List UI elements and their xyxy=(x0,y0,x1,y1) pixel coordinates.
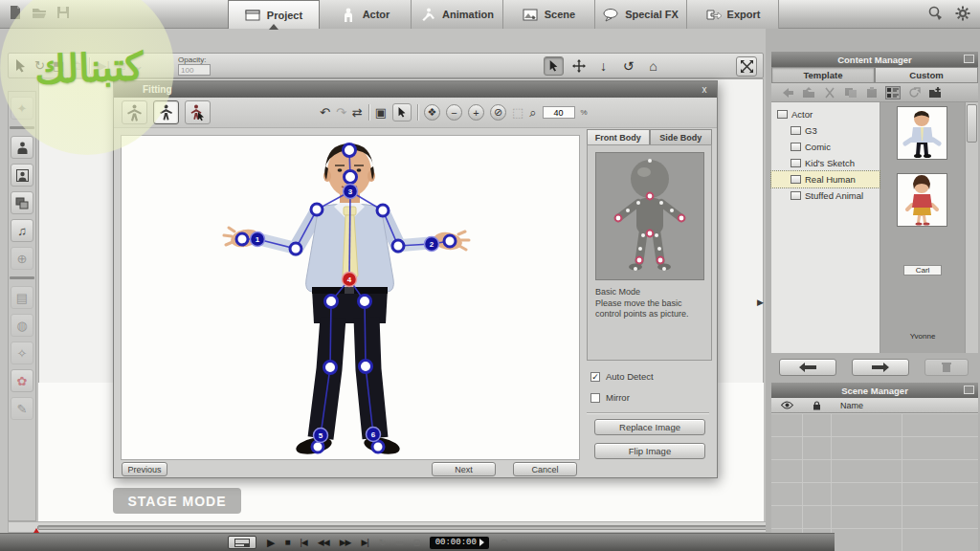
sidebar-actor-button[interactable] xyxy=(11,136,33,159)
go-to-end-button[interactable]: ▶| xyxy=(361,539,368,547)
previous-frame-button[interactable]: ◀◀ xyxy=(318,539,329,547)
fit-to-screen-button[interactable] xyxy=(736,56,757,77)
fit-view-icon[interactable]: ⬚ xyxy=(512,105,523,120)
delete-from-library-button[interactable] xyxy=(924,359,969,376)
marquee-zoom-icon[interactable]: ⌕ xyxy=(529,105,536,121)
stamp-tool-icon[interactable]: ⬒ xyxy=(53,59,64,72)
tab-animation[interactable]: Animation xyxy=(412,0,503,29)
tab-actor[interactable]: Actor xyxy=(320,0,412,29)
redo-icon[interactable]: ↷ xyxy=(336,105,346,120)
open-project-icon[interactable] xyxy=(32,5,47,20)
fitting-canvas[interactable]: 1 2 3 4 5 6 xyxy=(121,135,580,460)
tree-item-real-human[interactable]: Real Human xyxy=(771,171,880,187)
tab-scene[interactable]: Scene xyxy=(503,0,595,29)
tree-item-comic[interactable]: Comic xyxy=(771,139,880,155)
stop-button[interactable]: ■ xyxy=(284,538,289,547)
go-to-start-button[interactable]: |◀ xyxy=(301,539,307,547)
flip-image-button[interactable]: Flip Image xyxy=(594,443,705,459)
dialog-close-button[interactable]: x xyxy=(698,84,711,95)
replace-image-button[interactable]: Replace Image xyxy=(594,419,705,435)
refresh-icon[interactable] xyxy=(907,87,921,99)
basic-mode-button[interactable] xyxy=(153,100,179,124)
tab-project[interactable]: Project xyxy=(228,0,320,29)
resource-icon[interactable] xyxy=(928,6,944,21)
refresh-time-button[interactable]: ◠ xyxy=(500,538,508,548)
visibility-column-header[interactable] xyxy=(771,401,802,409)
sidebar-scene-button[interactable] xyxy=(11,191,33,214)
actor-thumbnail-female[interactable] xyxy=(897,173,947,227)
scrollbar-thumb[interactable] xyxy=(967,104,977,143)
mirror-checkbox[interactable] xyxy=(590,393,600,403)
panel-collapse-handle[interactable]: ▶ xyxy=(757,290,765,315)
show-timeline-button[interactable] xyxy=(228,536,256,549)
flatten-icon[interactable]: ⌄ xyxy=(133,59,144,72)
layer-order-icon[interactable]: ⧈ xyxy=(118,59,125,72)
show-frame-icon[interactable]: ▣ xyxy=(375,105,387,120)
stage-home-tool[interactable]: ⌂ xyxy=(643,56,663,76)
sidebar-web-button[interactable]: ⊕ xyxy=(11,247,33,270)
settings-gear-icon[interactable] xyxy=(955,6,970,21)
new-document-icon[interactable] xyxy=(8,5,23,20)
cancel-button[interactable]: Cancel xyxy=(513,462,577,476)
scene-list-grid[interactable] xyxy=(771,413,978,551)
tree-item-stuffed-animal[interactable]: Stuffed Animal xyxy=(771,187,880,204)
paste-icon[interactable] xyxy=(865,87,879,99)
tree-item-actor[interactable]: Actor xyxy=(771,106,880,122)
name-column-header[interactable]: Name xyxy=(831,401,863,410)
select-cursor-icon[interactable] xyxy=(14,59,27,73)
timeline-slider[interactable] xyxy=(37,525,795,530)
sidebar-effects-button[interactable]: ✎ xyxy=(11,397,33,420)
content-scrollbar[interactable] xyxy=(965,102,978,353)
full-body-mode-button[interactable] xyxy=(122,100,147,124)
copy-icon[interactable] xyxy=(844,87,858,99)
pan-tool-button[interactable]: ❖ xyxy=(424,104,440,121)
sidebar-script-button[interactable]: ▤ xyxy=(11,286,33,309)
save-project-icon[interactable] xyxy=(56,5,71,20)
stage-select-tool[interactable] xyxy=(544,56,564,76)
tab-template[interactable]: Template xyxy=(771,67,875,83)
list-view-icon[interactable] xyxy=(886,87,900,99)
up-folder-icon[interactable] xyxy=(802,87,815,99)
dialog-title-bar[interactable]: Fitting x xyxy=(114,81,717,98)
tab-side-body[interactable]: Side Body xyxy=(650,129,713,145)
reset-icon[interactable]: ⇄ xyxy=(352,105,363,120)
advanced-mode-button[interactable] xyxy=(185,100,211,124)
actor-thumbnail-male[interactable] xyxy=(897,106,947,160)
tab-special-fx[interactable]: Special FX xyxy=(595,0,687,29)
add-folder-icon[interactable] xyxy=(928,87,942,99)
range-button[interactable]: ▭ xyxy=(395,539,403,547)
loop-button[interactable]: ↻ xyxy=(379,539,386,547)
cut-icon[interactable] xyxy=(823,87,836,99)
lock-playback-button[interactable]: ◻ xyxy=(413,539,419,547)
stage-move-tool[interactable] xyxy=(568,56,589,76)
point-select-tool[interactable] xyxy=(392,103,412,121)
next-frame-button[interactable]: ▶▶ xyxy=(340,539,351,547)
sidebar-magic-button[interactable]: ✧ xyxy=(11,342,33,364)
lock-column-header[interactable] xyxy=(802,401,831,410)
stage-rotate-tool[interactable]: ↺ xyxy=(618,56,638,76)
zoom-reset-button[interactable]: ⊘ xyxy=(490,104,506,121)
tree-item-kids-sketch[interactable]: Kid's Sketch xyxy=(771,155,880,171)
next-button[interactable]: Next xyxy=(432,462,496,476)
rotate-tool-icon[interactable]: ↻ xyxy=(34,59,45,72)
add-to-library-button[interactable] xyxy=(852,359,909,376)
send-to-back-icon[interactable]: ▶| xyxy=(98,59,110,72)
tab-front-body[interactable]: Front Body xyxy=(587,129,650,145)
minimize-panel-button[interactable] xyxy=(964,55,974,63)
sidebar-world-button[interactable]: ◍ xyxy=(11,314,33,337)
sidebar-face-button[interactable] xyxy=(11,164,33,187)
tab-custom[interactable]: Custom xyxy=(875,67,978,83)
back-icon[interactable] xyxy=(781,87,794,99)
sidebar-props-button[interactable]: ✿ xyxy=(11,369,33,392)
tree-item-g3[interactable]: G3 xyxy=(771,122,880,139)
stage-zoom-tool[interactable]: ↓ xyxy=(593,56,613,76)
content-manager-title-bar[interactable]: Content Manager xyxy=(771,52,978,67)
zoom-out-button[interactable]: − xyxy=(446,104,462,121)
opacity-input[interactable] xyxy=(178,64,211,76)
zoom-percent-input[interactable] xyxy=(543,106,575,119)
undo-icon[interactable]: ↶ xyxy=(320,105,330,120)
tab-export[interactable]: Export xyxy=(687,0,779,29)
sidebar-top-tool[interactable]: ✦ xyxy=(11,97,33,120)
minimize-panel-button[interactable] xyxy=(964,386,974,394)
scene-manager-title-bar[interactable]: Scene Manager xyxy=(771,383,978,398)
